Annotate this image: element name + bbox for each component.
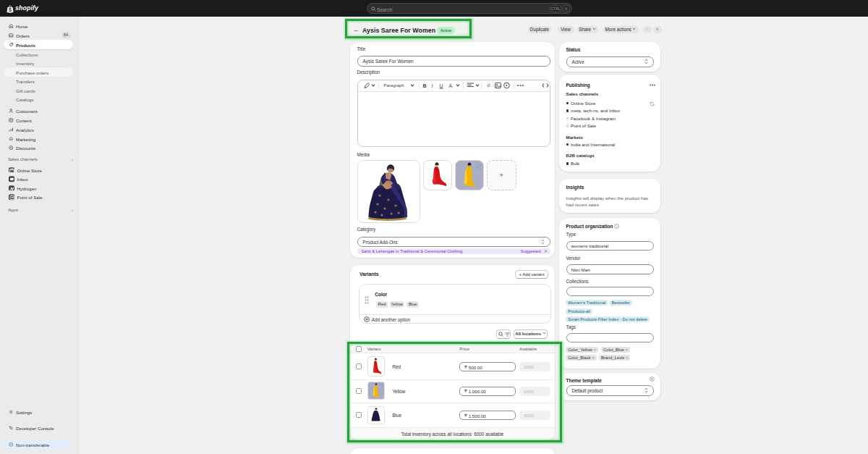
svg-text:S: S	[9, 7, 12, 12]
